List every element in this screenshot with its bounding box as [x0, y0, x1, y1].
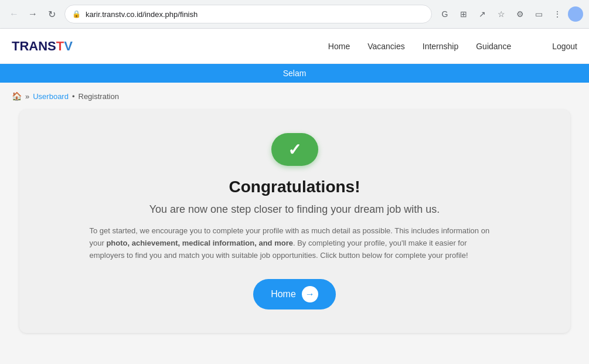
lock-icon: 🔒: [72, 10, 81, 18]
share-icon[interactable]: ↗: [474, 6, 491, 22]
nav-links: Home Vacancies Internship Guidance Logou…: [328, 42, 577, 51]
breadcrumb-userboard[interactable]: Userboard: [33, 92, 69, 101]
nav-logout[interactable]: Logout: [552, 42, 577, 51]
breadcrumb-sep1: »: [25, 92, 29, 101]
congrats-subtitle: You are now one step closer to finding y…: [55, 203, 535, 216]
breadcrumb-home-icon: 🏠: [12, 91, 22, 101]
avatar[interactable]: [568, 6, 583, 22]
banner-text: Selam: [283, 69, 307, 78]
forward-button[interactable]: →: [25, 6, 41, 22]
logo-t: T: [56, 39, 64, 54]
nav-guidance[interactable]: Guidance: [476, 42, 511, 51]
check-oval: ✓: [271, 133, 318, 166]
check-mark: ✓: [288, 140, 301, 159]
extensions-icon[interactable]: ⚙: [512, 6, 528, 22]
congrats-body: To get started, we encourage you to comp…: [90, 225, 500, 261]
logo: TRANSTV: [12, 39, 73, 54]
logo-trans: TRANS: [12, 39, 56, 54]
breadcrumb-sep2: •: [72, 92, 75, 101]
google-icon[interactable]: G: [437, 6, 453, 22]
back-button[interactable]: ←: [6, 6, 22, 22]
browser-chrome: ← → ↻ 🔒 karir.transtv.co.id/index.php/fi…: [0, 0, 589, 29]
check-icon-wrapper: ✓: [271, 133, 318, 166]
main-nav: TRANSTV Home Vacancies Internship Guidan…: [0, 29, 589, 64]
address-bar[interactable]: 🔒 karir.transtv.co.id/index.php/finish: [64, 5, 432, 23]
blue-banner: Selam: [0, 64, 589, 83]
congrats-title: Congratulations!: [55, 178, 535, 196]
home-button[interactable]: Home →: [253, 279, 336, 309]
nav-buttons: ← → ↻: [6, 6, 60, 22]
nav-home[interactable]: Home: [328, 42, 350, 51]
browser-toolbar: ← → ↻ 🔒 karir.transtv.co.id/index.php/fi…: [0, 0, 589, 28]
bookmark-icon[interactable]: ☆: [493, 6, 509, 22]
main-card: ✓ Congratulations! You are now one step …: [19, 110, 570, 333]
nav-vacancies[interactable]: Vacancies: [367, 42, 405, 51]
translate-icon[interactable]: ⊞: [455, 6, 472, 22]
page-content: 🏠 » Userboard • Registration ✓ Congratul…: [0, 83, 589, 364]
menu-icon[interactable]: ⋮: [549, 6, 566, 22]
breadcrumb-current: Registration: [79, 92, 119, 101]
refresh-button[interactable]: ↻: [43, 6, 60, 22]
home-btn-arrow-icon: →: [302, 286, 318, 302]
home-btn-label: Home: [271, 289, 296, 300]
browser-actions: G ⊞ ↗ ☆ ⚙ ▭ ⋮: [437, 6, 583, 22]
cast-icon[interactable]: ▭: [530, 6, 547, 22]
url-text: karir.transtv.co.id/index.php/finish: [86, 10, 424, 19]
logo-v: V: [64, 39, 73, 54]
breadcrumb: 🏠 » Userboard • Registration: [12, 91, 577, 101]
nav-internship[interactable]: Internship: [423, 42, 458, 51]
